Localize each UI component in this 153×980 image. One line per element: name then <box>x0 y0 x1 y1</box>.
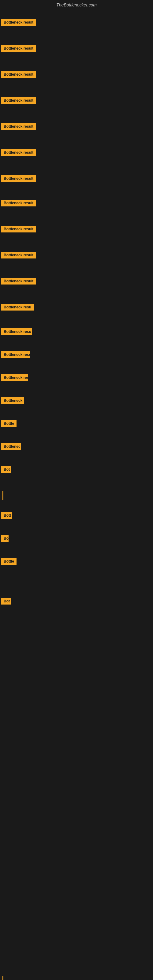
badge-row-1: Bottleneck result <box>1 19 36 27</box>
badge-row-13: Bottleneck resu <box>1 328 32 336</box>
badge-row-2: Bottleneck result <box>1 45 36 53</box>
badge-row-5: Bottleneck result <box>1 123 36 131</box>
badge-row-25 <box>1 975 5 980</box>
badge-row-4: Bottleneck result <box>1 97 36 105</box>
site-title: TheBottlenecker.com <box>0 0 153 10</box>
bottleneck-badge-9: Bottleneck result <box>1 226 36 232</box>
badge-row-21: Bott <box>1 512 12 520</box>
bottleneck-badge-13: Bottleneck resu <box>1 328 32 335</box>
bottleneck-badge-4: Bottleneck result <box>1 97 36 104</box>
bottleneck-badge-8: Bottleneck result <box>1 200 36 207</box>
badge-row-7: Bottleneck result <box>1 175 36 183</box>
badge-row-14: Bottleneck resu <box>1 351 30 359</box>
bottleneck-badge-21: Bott <box>1 512 12 519</box>
badge-row-12: Bottleneck resu <box>1 304 33 312</box>
badge-row-16: Bottleneck <box>1 397 24 405</box>
bottleneck-badge-2: Bottleneck result <box>1 45 36 52</box>
bottleneck-badge-17: Bottle <box>1 420 16 427</box>
badge-row-18: Bottlenec <box>1 443 21 451</box>
bottleneck-badge-7: Bottleneck result <box>1 175 36 182</box>
badge-row-3: Bottleneck result <box>1 71 36 79</box>
bottleneck-badge-18: Bottlenec <box>1 443 21 450</box>
badge-row-19: Bot <box>1 466 11 474</box>
bottleneck-badge-1: Bottleneck result <box>1 19 36 26</box>
badge-row-15: Bottleneck res <box>1 374 28 382</box>
bottleneck-badge-12: Bottleneck resu <box>1 304 33 310</box>
bottleneck-badge-19: Bot <box>1 466 11 473</box>
badge-row-9: Bottleneck result <box>1 226 36 234</box>
badge-row-10: Bottleneck result <box>1 252 36 260</box>
badge-row-6: Bottleneck result <box>1 149 36 157</box>
bottleneck-badge-6: Bottleneck result <box>1 149 36 156</box>
badge-row-17: Bottle <box>1 420 16 428</box>
vertical-line-20 <box>2 491 3 500</box>
bottleneck-badge-10: Bottleneck result <box>1 252 36 258</box>
bottleneck-badge-16: Bottleneck <box>1 397 24 404</box>
bottleneck-badge-14: Bottleneck resu <box>1 351 30 358</box>
site-title-bar: TheBottlenecker.com <box>0 0 153 10</box>
vertical-line-25 <box>2 976 3 980</box>
bottleneck-badge-23: Bottle <box>1 558 16 565</box>
badge-row-24: Bot <box>1 598 11 606</box>
badge-row-20 <box>1 489 5 502</box>
bottleneck-badge-11: Bottleneck result <box>1 278 36 285</box>
bottleneck-badge-22: Bo <box>1 535 9 542</box>
badge-row-22: Bo <box>1 535 9 543</box>
badge-row-8: Bottleneck result <box>1 200 36 208</box>
badge-row-11: Bottleneck result <box>1 278 36 286</box>
bottleneck-badge-15: Bottleneck res <box>1 374 28 381</box>
bottleneck-badge-5: Bottleneck result <box>1 123 36 130</box>
badge-row-23: Bottle <box>1 558 16 566</box>
bottleneck-badge-3: Bottleneck result <box>1 71 36 78</box>
bottleneck-badge-24: Bot <box>1 598 11 605</box>
